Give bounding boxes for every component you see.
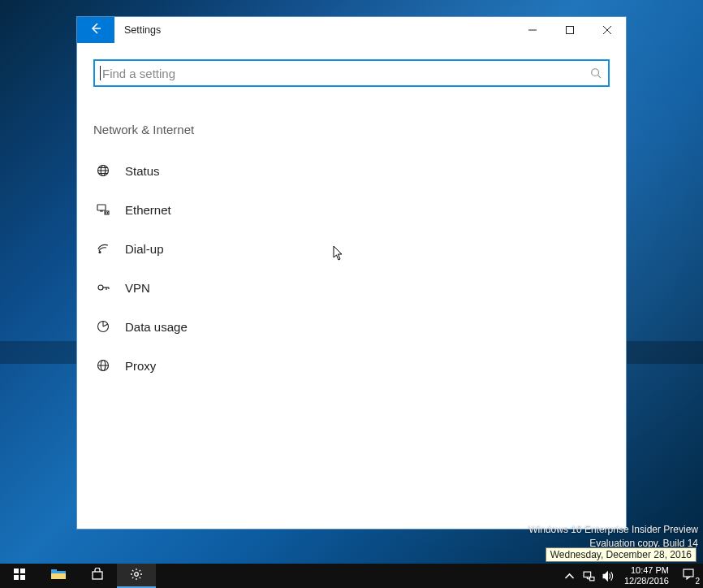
- svg-rect-27: [20, 569, 25, 573]
- window-title: Settings: [114, 17, 161, 43]
- search-field[interactable]: [93, 59, 610, 87]
- maximize-button[interactable]: [551, 17, 589, 43]
- svg-point-4: [592, 69, 599, 76]
- search-icon: [590, 67, 602, 79]
- category-title: Network & Internet: [93, 123, 610, 136]
- vpn-icon: [96, 280, 110, 295]
- system-tray[interactable]: [559, 564, 619, 588]
- maximize-icon: [566, 23, 574, 37]
- nav-item-status[interactable]: Status: [93, 151, 610, 190]
- watermark-line1: Windows 10 Enterprise Insider Preview: [528, 523, 698, 537]
- clock-date: 12/28/2016: [624, 576, 669, 586]
- close-button[interactable]: [589, 17, 626, 43]
- nav-item-dialup[interactable]: Dial-up: [93, 229, 610, 268]
- svg-rect-32: [51, 571, 66, 573]
- nav-item-datausage[interactable]: Data usage: [93, 307, 610, 346]
- settings-window: Settings: [76, 16, 627, 530]
- volume-icon[interactable]: [602, 569, 616, 583]
- svg-rect-35: [584, 572, 592, 577]
- svg-rect-28: [14, 575, 19, 580]
- svg-line-5: [598, 76, 602, 79]
- proxy-icon: [96, 358, 110, 373]
- network-icon[interactable]: [582, 569, 597, 583]
- nav-item-label: Ethernet: [125, 203, 171, 217]
- notification-count: 2: [695, 577, 700, 586]
- globe-icon: [96, 163, 110, 178]
- windows-icon: [13, 568, 26, 584]
- settings-content: Network & Internet Status: [77, 43, 626, 529]
- svg-rect-33: [93, 572, 102, 579]
- nav-item-label: Proxy: [125, 359, 156, 373]
- svg-rect-14: [105, 211, 109, 214]
- taskbar-clock[interactable]: 10:47 PM 12/28/2016: [619, 564, 674, 588]
- datausage-icon: [96, 319, 110, 334]
- action-center-button[interactable]: 2: [674, 564, 703, 588]
- taskbar-settings[interactable]: [117, 564, 156, 588]
- back-button[interactable]: [77, 17, 114, 43]
- dialup-icon: [96, 241, 110, 256]
- svg-rect-29: [20, 575, 25, 580]
- taskbar-store[interactable]: [78, 564, 117, 588]
- nav-item-label: Dial-up: [125, 242, 164, 256]
- nav-item-label: VPN: [125, 281, 150, 295]
- notification-icon: [682, 568, 695, 584]
- desktop-watermark: Windows 10 Enterprise Insider Preview Ev…: [528, 523, 698, 551]
- text-caret: [100, 66, 101, 80]
- svg-rect-26: [14, 569, 19, 573]
- nav-item-proxy[interactable]: Proxy: [93, 346, 610, 385]
- folder-icon: [51, 569, 66, 583]
- window-controls: [514, 17, 626, 43]
- svg-point-34: [135, 573, 139, 577]
- start-button[interactable]: [0, 564, 39, 588]
- svg-point-18: [98, 285, 103, 290]
- svg-rect-1: [567, 27, 574, 34]
- search-input[interactable]: [102, 67, 590, 80]
- nav-item-vpn[interactable]: VPN: [93, 268, 610, 307]
- svg-rect-11: [97, 205, 106, 210]
- store-icon: [91, 568, 104, 584]
- svg-rect-39: [684, 569, 693, 577]
- ethernet-icon: [96, 202, 110, 217]
- taskbar-fileexplorer[interactable]: [39, 564, 78, 588]
- svg-point-17: [99, 252, 101, 253]
- minimize-button[interactable]: [514, 17, 551, 43]
- clock-time: 10:47 PM: [624, 565, 669, 576]
- titlebar: Settings: [77, 17, 626, 43]
- nav-item-label: Status: [125, 164, 160, 178]
- gear-icon: [130, 568, 143, 584]
- arrow-left-icon: [89, 22, 102, 38]
- taskbar: 10:47 PM 12/28/2016 2: [0, 564, 703, 588]
- date-tooltip: Wednesday, December 28, 2016: [546, 547, 697, 562]
- nav-item-ethernet[interactable]: Ethernet: [93, 190, 610, 229]
- tray-chevron-up-icon[interactable]: [563, 569, 577, 583]
- nav-list: Status Ethernet: [93, 151, 610, 385]
- nav-item-label: Data usage: [125, 320, 188, 334]
- minimize-icon: [528, 23, 537, 37]
- svg-rect-36: [590, 577, 594, 580]
- close-icon: [603, 23, 611, 37]
